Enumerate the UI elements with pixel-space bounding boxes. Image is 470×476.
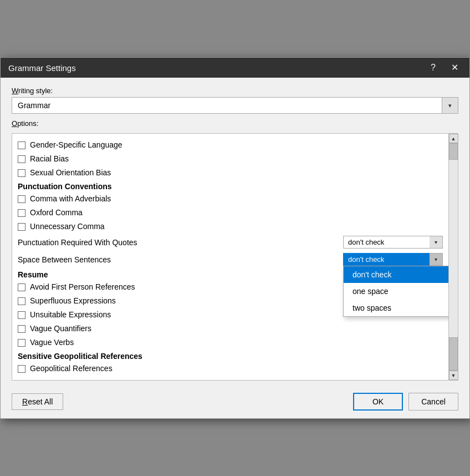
- options-scroll-area: Gender-Specific Language Racial Bias Sex…: [12, 133, 458, 381]
- oxford-comma-label: Oxford Comma: [30, 207, 83, 219]
- dialog-footer: Reset All OK Cancel: [1, 387, 469, 418]
- scroll-thumb-bottom[interactable]: [449, 337, 458, 371]
- list-item: Gender-Specific Language: [16, 138, 445, 152]
- comma-adverbials-label: Comma with Adverbials: [30, 193, 111, 205]
- writing-style-select[interactable]: Grammar Formal Casual: [12, 97, 458, 114]
- vague-quantifiers-label: Vague Quantifiers: [30, 323, 91, 335]
- space-sentences-row: Space Between Sentences don't check ▾ do…: [16, 251, 445, 268]
- punctuation-quotes-select[interactable]: don't check: [343, 236, 443, 249]
- vague-verbs-label: Vague Verbs: [30, 337, 74, 348]
- dialog-body: Writing style: Grammar Formal Casual ▾ O…: [1, 78, 469, 387]
- list-item: Geopolitical References: [16, 362, 445, 376]
- avoid-first-person-label: Avoid First Person References: [30, 281, 135, 293]
- list-item: Sexual Orientation Bias: [16, 166, 445, 180]
- space-sentences-label: Space Between Sentences: [18, 255, 111, 264]
- list-item: Vague Verbs: [16, 336, 445, 350]
- scroll-track: [449, 143, 458, 371]
- scroll-down-button[interactable]: ▼: [449, 371, 458, 380]
- cancel-button[interactable]: Cancel: [408, 393, 458, 411]
- options-content: Gender-Specific Language Racial Bias Sex…: [12, 134, 448, 380]
- dropdown-option-one-space[interactable]: one space: [344, 283, 448, 300]
- title-bar: Grammar Settings ? ✕: [1, 58, 469, 78]
- sexual-orientation-checkbox[interactable]: [18, 169, 25, 177]
- dropdown-option-two-spaces[interactable]: two spaces: [344, 300, 448, 316]
- space-sentences-select[interactable]: don't check: [343, 253, 443, 266]
- racial-bias-label: Racial Bias: [30, 153, 69, 165]
- vague-verbs-checkbox[interactable]: [18, 339, 25, 347]
- geopolitical-section-header: Sensitive Geopolitical References: [16, 350, 445, 362]
- scrollbar: ▲ ▼: [448, 134, 458, 380]
- dropdown-option-dont-check[interactable]: don't check: [344, 266, 448, 283]
- unsuitable-expressions-checkbox[interactable]: [18, 311, 25, 319]
- options-label: Options:: [12, 119, 458, 128]
- superfluous-expressions-checkbox[interactable]: [18, 297, 25, 305]
- unnecessary-comma-checkbox[interactable]: [18, 223, 25, 231]
- grammar-settings-dialog: Grammar Settings ? ✕ Writing style: Gram…: [0, 57, 470, 419]
- writing-style-select-wrapper: Grammar Formal Casual ▾: [12, 97, 458, 114]
- oxford-comma-checkbox[interactable]: [18, 209, 25, 217]
- writing-style-label: Writing style:: [12, 87, 458, 95]
- gender-language-checkbox[interactable]: [18, 141, 25, 149]
- superfluous-expressions-label: Superfluous Expressions: [30, 295, 116, 307]
- scroll-up-button[interactable]: ▲: [449, 134, 458, 143]
- punctuation-quotes-select-wrapper: don't check ▾: [343, 236, 443, 249]
- dialog-title: Grammar Settings: [8, 63, 76, 73]
- sexual-orientation-label: Sexual Orientation Bias: [30, 167, 111, 179]
- comma-adverbials-checkbox[interactable]: [18, 195, 25, 203]
- list-item: Vague Quantifiers: [16, 322, 445, 336]
- scroll-thumb-top[interactable]: [449, 143, 458, 160]
- vague-quantifiers-checkbox[interactable]: [18, 325, 25, 333]
- list-item: Oxford Comma: [16, 206, 445, 220]
- racial-bias-checkbox[interactable]: [18, 155, 25, 163]
- ok-button[interactable]: OK: [353, 393, 403, 411]
- list-item: Racial Bias: [16, 152, 445, 166]
- punctuation-section-header: Punctuation Conventions: [16, 180, 445, 192]
- avoid-first-person-checkbox[interactable]: [18, 283, 25, 291]
- list-item: Unnecessary Comma: [16, 220, 445, 234]
- geopolitical-references-label: Geopolitical References: [30, 363, 113, 374]
- space-sentences-select-wrapper: don't check ▾ don't check one space two …: [343, 253, 443, 266]
- help-button[interactable]: ?: [427, 62, 439, 73]
- gender-language-label: Gender-Specific Language: [30, 139, 122, 151]
- writing-style-section: Writing style: Grammar Formal Casual ▾: [12, 87, 458, 114]
- list-item: Comma with Adverbials: [16, 192, 445, 206]
- space-sentences-dropdown: don't check one space two spaces: [343, 266, 448, 317]
- punctuation-quotes-row: Punctuation Required With Quotes don't c…: [16, 234, 445, 251]
- geopolitical-references-checkbox[interactable]: [18, 365, 25, 373]
- unsuitable-expressions-label: Unsuitable Expressions: [30, 309, 111, 321]
- unnecessary-comma-label: Unnecessary Comma: [30, 221, 105, 232]
- title-bar-controls: ? ✕: [427, 62, 462, 73]
- close-button[interactable]: ✕: [448, 62, 462, 73]
- reset-all-button[interactable]: Reset All: [12, 393, 63, 410]
- punctuation-quotes-label: Punctuation Required With Quotes: [18, 238, 137, 247]
- footer-right-buttons: OK Cancel: [353, 393, 458, 411]
